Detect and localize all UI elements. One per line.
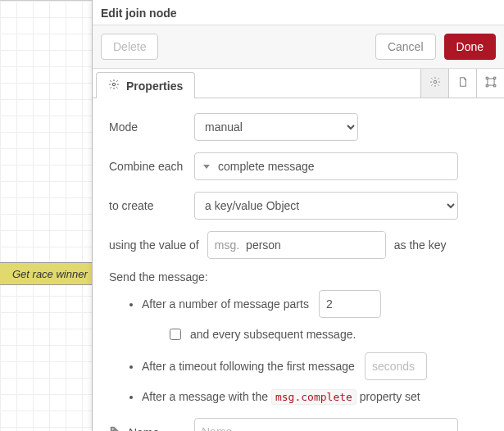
mode-label: Mode xyxy=(109,120,194,134)
svg-rect-5 xyxy=(486,85,488,87)
mode-select[interactable]: manual xyxy=(194,113,358,141)
svg-point-0 xyxy=(112,83,116,86)
svg-rect-2 xyxy=(487,79,493,85)
combine-value: complete message xyxy=(218,160,315,173)
tag-icon xyxy=(109,426,124,432)
combine-select[interactable]: complete message xyxy=(194,152,458,180)
properties-form: Mode manual Combine each complete messag… xyxy=(93,98,504,431)
opt-complete-post: property set xyxy=(356,390,420,403)
parts-count-input[interactable] xyxy=(319,290,381,318)
opt-parts-label: After a number of message parts xyxy=(142,297,309,311)
to-create-select[interactable]: a key/value Object xyxy=(194,192,458,220)
flow-node-label: Get race winner xyxy=(12,268,88,280)
as-key-label: as the key xyxy=(394,238,447,252)
edit-panel: Edit join node Delete Cancel Done Proper… xyxy=(92,0,504,431)
using-label: using the value of xyxy=(109,238,199,252)
tab-properties-label: Properties xyxy=(126,79,183,93)
svg-rect-4 xyxy=(493,77,495,79)
panel-title: Edit join node xyxy=(93,0,504,25)
to-create-label: to create xyxy=(109,199,194,212)
flow-node[interactable]: Get race winner xyxy=(0,262,107,285)
opt-complete-pre: After a message with the xyxy=(142,390,271,403)
opt-complete-code: msg.complete xyxy=(271,389,356,405)
every-subsequent-label: and every subsequent message. xyxy=(190,328,356,341)
every-subsequent-checkbox[interactable] xyxy=(170,329,181,340)
delete-button[interactable]: Delete xyxy=(101,34,158,60)
svg-rect-3 xyxy=(486,77,488,79)
opt-timeout-label: After a timeout following the first mess… xyxy=(142,360,355,373)
key-input[interactable] xyxy=(246,232,386,258)
chevron-down-icon xyxy=(203,165,210,169)
tool-docs[interactable] xyxy=(448,69,476,98)
gear-icon xyxy=(108,79,120,93)
svg-point-7 xyxy=(112,428,114,429)
panel-toolbar: Delete Cancel Done xyxy=(93,25,504,69)
key-input-wrapper: msg. xyxy=(207,231,386,259)
tab-bar: Properties xyxy=(93,69,504,98)
svg-rect-6 xyxy=(493,85,495,87)
file-icon xyxy=(457,76,469,90)
done-button[interactable]: Done xyxy=(444,34,496,60)
name-label: Name xyxy=(109,425,194,432)
timeout-input[interactable] xyxy=(365,352,427,380)
tab-properties[interactable]: Properties xyxy=(96,72,195,98)
name-input[interactable] xyxy=(194,418,458,431)
gear-icon xyxy=(429,76,441,90)
svg-point-1 xyxy=(434,80,437,84)
combine-label: Combine each xyxy=(109,160,194,173)
tool-settings[interactable] xyxy=(420,69,448,98)
tool-appearance[interactable] xyxy=(476,69,504,98)
cancel-button[interactable]: Cancel xyxy=(375,34,436,60)
send-title: Send the message: xyxy=(109,270,488,284)
box-icon xyxy=(485,76,497,90)
msg-prefix: msg. xyxy=(208,238,246,252)
